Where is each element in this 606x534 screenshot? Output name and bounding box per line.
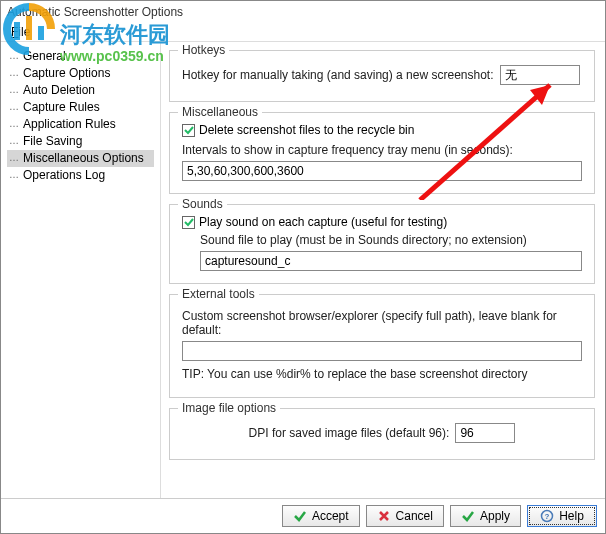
sidebar-item-application-rules[interactable]: Application Rules: [7, 116, 154, 133]
ext-browser-label: Custom screenshot browser/explorer (spec…: [182, 309, 582, 337]
titlebar: Automatic Screenshotter Options: [1, 1, 605, 23]
check-icon: [293, 509, 307, 523]
button-bar: Accept Cancel Apply ? Help: [1, 498, 605, 533]
sidebar-item-operations-log[interactable]: Operations Log: [7, 167, 154, 184]
dpi-input[interactable]: [455, 423, 515, 443]
sidebar-item-miscellaneous-options[interactable]: Miscellaneous Options: [7, 150, 154, 167]
group-external-tools: External tools Custom screenshot browser…: [169, 294, 595, 398]
sidebar-item-general[interactable]: General: [7, 48, 154, 65]
checkbox-icon: [182, 216, 195, 229]
group-hotkeys: Hotkeys Hotkey for manually taking (and …: [169, 50, 595, 102]
hotkey-input[interactable]: [500, 65, 580, 85]
cancel-button[interactable]: Cancel: [366, 505, 444, 527]
play-sound-label: Play sound on each capture (useful for t…: [199, 215, 447, 229]
options-window: Automatic Screenshotter Options File Gen…: [0, 0, 606, 534]
legend-external-tools: External tools: [178, 287, 259, 301]
dpi-label: DPI for saved image files (default 96):: [249, 426, 450, 440]
intervals-label: Intervals to show in capture frequency t…: [182, 143, 513, 157]
delete-recycle-checkbox[interactable]: Delete screenshot files to the recycle b…: [182, 123, 582, 137]
play-sound-checkbox[interactable]: Play sound on each capture (useful for t…: [182, 215, 582, 229]
menubar: File: [1, 23, 605, 41]
delete-recycle-label: Delete screenshot files to the recycle b…: [199, 123, 414, 137]
apply-button[interactable]: Apply: [450, 505, 521, 527]
ext-browser-input[interactable]: [182, 341, 582, 361]
window-title: Automatic Screenshotter Options: [7, 5, 183, 19]
sidebar-item-capture-rules[interactable]: Capture Rules: [7, 99, 154, 116]
sound-file-input[interactable]: [200, 251, 582, 271]
legend-hotkeys: Hotkeys: [178, 43, 229, 57]
cross-icon: [377, 509, 391, 523]
legend-sounds: Sounds: [178, 197, 227, 211]
svg-text:?: ?: [545, 512, 550, 521]
help-icon: ?: [540, 509, 554, 523]
legend-miscellaneous: Miscellaneous: [178, 105, 262, 119]
group-miscellaneous: Miscellaneous Delete screenshot files to…: [169, 112, 595, 194]
main-panel: Hotkeys Hotkey for manually taking (and …: [161, 42, 605, 498]
body: General Capture Options Auto Deletion Ca…: [1, 41, 605, 498]
group-sounds: Sounds Play sound on each capture (usefu…: [169, 204, 595, 284]
intervals-input[interactable]: [182, 161, 582, 181]
menu-file[interactable]: File: [5, 23, 36, 41]
sound-file-label: Sound file to play (must be in Sounds di…: [200, 233, 527, 247]
checkbox-icon: [182, 124, 195, 137]
hotkey-label: Hotkey for manually taking (and saving) …: [182, 68, 494, 82]
check-icon: [461, 509, 475, 523]
sidebar-item-file-saving[interactable]: File Saving: [7, 133, 154, 150]
sidebar-item-capture-options[interactable]: Capture Options: [7, 65, 154, 82]
ext-tip: TIP: You can use %dir% to replace the ba…: [182, 367, 528, 381]
legend-image-file-options: Image file options: [178, 401, 280, 415]
group-image-file-options: Image file options DPI for saved image f…: [169, 408, 595, 460]
help-button[interactable]: ? Help: [527, 505, 597, 527]
options-tree: General Capture Options Auto Deletion Ca…: [5, 46, 156, 186]
sidebar: General Capture Options Auto Deletion Ca…: [1, 42, 161, 498]
accept-button[interactable]: Accept: [282, 505, 360, 527]
sidebar-item-auto-deletion[interactable]: Auto Deletion: [7, 82, 154, 99]
